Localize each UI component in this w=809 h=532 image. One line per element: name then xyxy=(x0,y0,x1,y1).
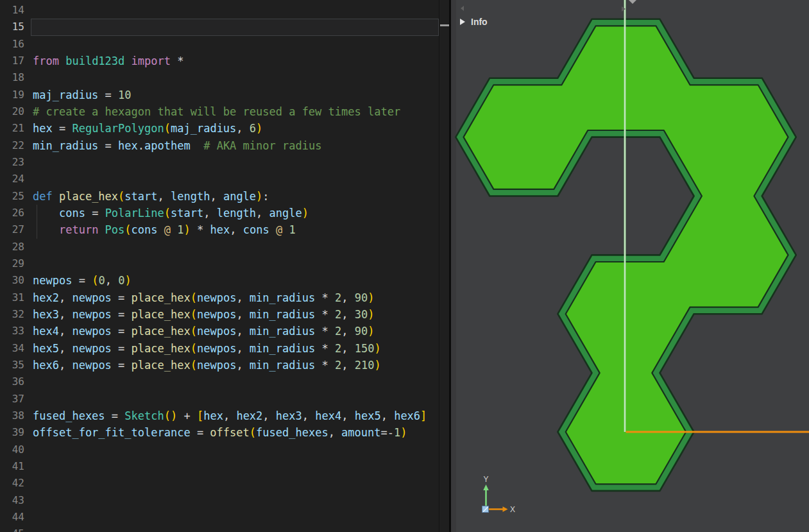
info-section-label: Info xyxy=(471,17,488,27)
gizmo-x-arrowhead-icon xyxy=(503,506,508,511)
gizmo-y-label: Y xyxy=(483,475,488,484)
app-window: 14151617from build123d import *1819maj_r… xyxy=(0,0,809,532)
gizmo-y-arrowhead-icon xyxy=(483,485,489,490)
gizmo-x-label: X xyxy=(510,505,515,514)
viewer-canvas[interactable]: YX xyxy=(0,0,809,532)
expand-arrow-icon xyxy=(460,19,465,25)
info-section-header[interactable]: Info xyxy=(460,17,488,27)
